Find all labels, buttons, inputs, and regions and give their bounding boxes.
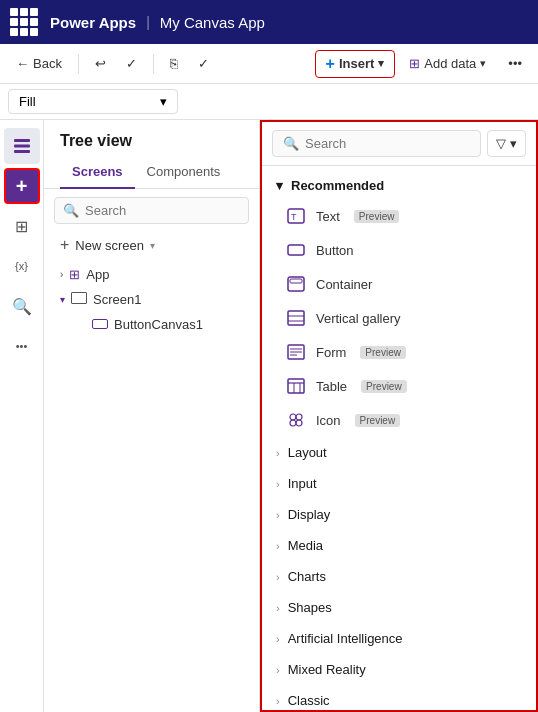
search-side-button[interactable]: 🔍 [4,288,40,324]
recommended-label: Recommended [291,178,384,193]
icon-item-icon [286,410,306,430]
left-icon-bar: + ⊞ {x} 🔍 ••• [0,120,44,712]
new-screen-chevron: ▾ [150,240,155,251]
svg-rect-5 [288,245,304,255]
app-grid-icon[interactable] [10,8,38,36]
app-chevron-icon: › [60,269,63,280]
add-data-icon: ⊞ [409,56,420,71]
gallery-item-label: Vertical gallery [316,311,401,326]
insert-item-button[interactable]: Button [262,233,536,267]
canvas-name: My Canvas App [160,14,265,31]
ai-label: Artificial Intelligence [288,631,403,646]
button-item-label: Button [316,243,354,258]
toolbar-divider1 [78,54,79,74]
new-screen-label: New screen [75,238,144,253]
table-icon [287,377,305,395]
fill-chevron: ▾ [160,94,167,109]
insert-search-input[interactable] [305,136,470,151]
tree-item-buttoncanvas1[interactable]: ButtonCanvas1 [44,312,259,337]
back-button[interactable]: ← Back [8,52,70,75]
undo-button[interactable]: ↩ [87,52,114,75]
insert-cat-shapes[interactable]: › Shapes [262,592,536,623]
insert-panel: 🔍 ▽ ▾ ▾ Recommended T [260,120,538,712]
filter-chevron: ▾ [510,136,517,151]
variables-side-button[interactable]: {x} [4,248,40,284]
insert-item-text[interactable]: T Text Preview [262,199,536,233]
insert-item-icon[interactable]: Icon Preview [262,403,536,437]
tab-screens[interactable]: Screens [60,158,135,189]
check-icon: ✓ [126,56,137,71]
tree-item-app[interactable]: › ⊞ App [44,262,259,287]
svg-rect-0 [14,139,30,142]
classic-chevron-icon: › [276,695,280,707]
add-data-label: Add data [424,56,476,71]
button-canvas-icon [92,317,108,332]
tree-search-input[interactable] [85,203,240,218]
add-data-button[interactable]: ⊞ Add data ▾ [399,52,496,75]
filter-button[interactable]: ▽ ▾ [487,130,526,157]
svg-point-19 [290,414,296,420]
fill-dropdown[interactable]: Fill ▾ [8,89,178,114]
recommended-chevron-icon: ▾ [276,178,283,193]
more-side-button[interactable]: ••• [4,328,40,364]
shapes-chevron-icon: › [276,602,280,614]
insert-search-box: 🔍 [272,130,481,157]
text-icon: T [287,207,305,225]
button-item-icon [286,240,306,260]
insert-cat-mixed-reality[interactable]: › Mixed Reality [262,654,536,685]
insert-cat-media[interactable]: › Media [262,530,536,561]
classic-label: Classic [288,693,330,708]
search-icon: 🔍 [12,297,32,316]
back-label: Back [33,56,62,71]
copy-button[interactable]: ⎘ [162,52,186,75]
more-icon: ••• [508,56,522,71]
data-grid-icon: ⊞ [15,217,28,236]
icon-preview-badge: Preview [355,414,401,427]
gallery-item-icon [286,308,306,328]
button-icon [287,241,305,259]
table-preview-badge: Preview [361,380,407,393]
insert-item-form[interactable]: Form Preview [262,335,536,369]
main-layout: + ⊞ {x} 🔍 ••• Tree view Screens Componen… [0,120,538,712]
form-item-label: Form [316,345,346,360]
insert-cat-input[interactable]: › Input [262,468,536,499]
more-dots-icon: ••• [16,340,28,352]
recommended-section-header[interactable]: ▾ Recommended [262,170,536,199]
data-side-button[interactable]: ⊞ [4,208,40,244]
ai-chevron-icon: › [276,633,280,645]
tree-item-screen1[interactable]: ▾ Screen1 [44,287,259,312]
tree-search-icon: 🔍 [63,203,79,218]
variables-icon: {x} [15,260,28,272]
insert-cat-ai[interactable]: › Artificial Intelligence [262,623,536,654]
insert-button[interactable]: + Insert ▾ [315,50,396,78]
filter-icon: ▽ [496,136,506,151]
insert-item-table[interactable]: Table Preview [262,369,536,403]
tab-components[interactable]: Components [135,158,233,189]
check2-button[interactable]: ✓ [190,52,217,75]
insert-cat-display[interactable]: › Display [262,499,536,530]
svg-point-22 [296,420,302,426]
new-screen-button[interactable]: + New screen ▾ [44,232,259,258]
insert-item-container[interactable]: Container [262,267,536,301]
insert-chevron: ▾ [378,57,384,70]
more-options-button[interactable]: ••• [500,52,530,75]
tree-view-button[interactable] [4,128,40,164]
svg-point-20 [296,414,302,420]
insert-cat-charts[interactable]: › Charts [262,561,536,592]
insert-side-button[interactable]: + [4,168,40,204]
fill-label: Fill [19,94,36,109]
insert-cat-layout[interactable]: › Layout [262,437,536,468]
add-data-chevron: ▾ [480,57,486,70]
check-button[interactable]: ✓ [118,52,145,75]
media-label: Media [288,538,323,553]
insert-cat-classic[interactable]: › Classic [262,685,536,710]
insert-search-icon: 🔍 [283,136,299,151]
back-arrow-icon: ← [16,56,29,71]
display-label: Display [288,507,331,522]
icon-icon [287,411,305,429]
svg-rect-8 [288,311,304,325]
toolbar: ← Back ↩ ✓ ⎘ ✓ + Insert ▾ ⊞ Add data ▾ •… [0,44,538,84]
tree-items: › ⊞ App ▾ Screen1 ButtonCanvas1 [44,262,259,712]
plus-icon: + [326,55,335,73]
insert-item-gallery[interactable]: Vertical gallery [262,301,536,335]
